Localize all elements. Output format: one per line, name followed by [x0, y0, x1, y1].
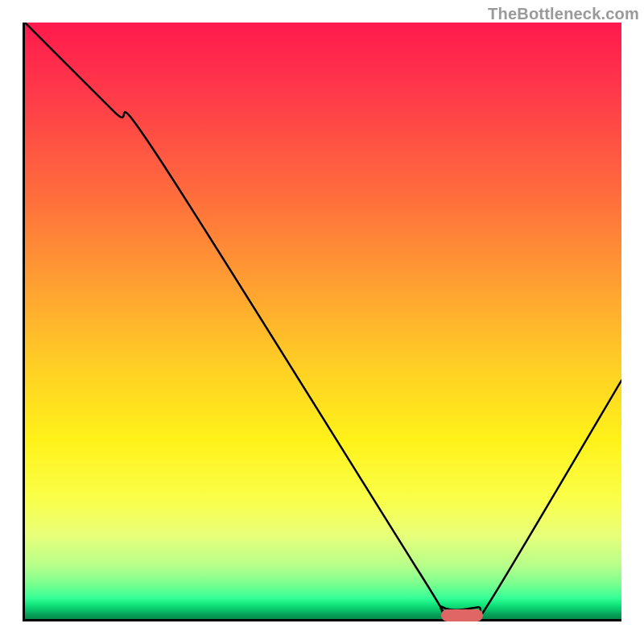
optimal-marker	[441, 609, 483, 621]
bottleneck-curve	[25, 23, 621, 619]
chart-container: TheBottleneck.com	[0, 0, 644, 644]
plot-area	[23, 23, 621, 621]
watermark-label: TheBottleneck.com	[488, 5, 639, 23]
curve-svg	[25, 23, 621, 619]
